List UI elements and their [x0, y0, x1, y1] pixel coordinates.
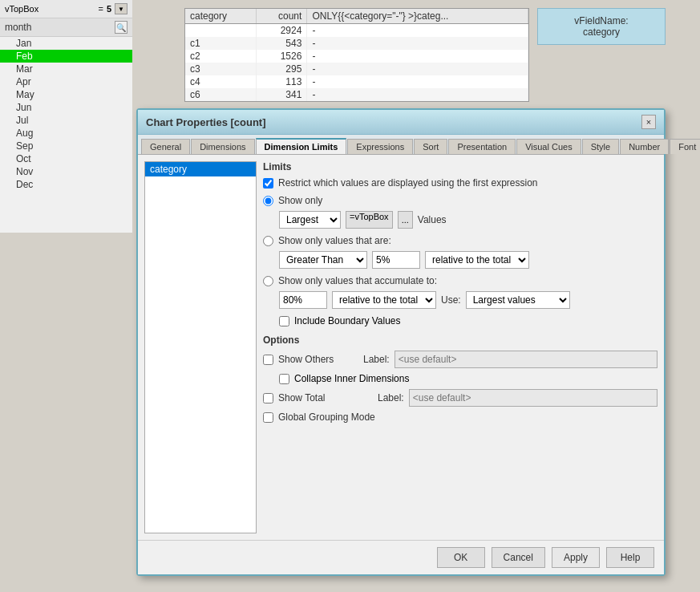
show-others-row: Show Others Label: [263, 351, 658, 368]
dialog-title: Chart Properties [count] [146, 116, 266, 128]
include-boundary-label: Include Boundary Values [294, 315, 401, 326]
collapse-inner-label: Collapse Inner Dimensions [294, 373, 409, 384]
month-sep[interactable]: Sep [0, 140, 132, 152]
show-only-dropdown[interactable]: Largest Smallest [279, 211, 341, 229]
use-dropdown[interactable]: Largest values Smallest values [466, 291, 570, 309]
accumulate-radio[interactable] [263, 276, 273, 286]
vfieldname-value: category [548, 26, 655, 38]
table-row: c2 1526 - [185, 50, 528, 63]
ok-button[interactable]: OK [437, 547, 485, 568]
cancel-button[interactable]: Cancel [492, 547, 545, 568]
show-others-label-text: Label: [363, 354, 390, 365]
show-total-checkbox[interactable] [263, 393, 273, 403]
include-boundary-row: Include Boundary Values [279, 315, 658, 326]
tab-dimension-limits[interactable]: Dimension Limits [256, 138, 347, 154]
show-only-values-radio[interactable] [263, 236, 273, 246]
data-table: category count ONLY{{<category="-"} >}ca… [184, 8, 529, 102]
table-row: c1 543 - [185, 37, 528, 50]
dimension-list-panel: category [144, 161, 257, 533]
limits-section-label: Limits [263, 161, 658, 172]
show-total-label-text: Label: [378, 392, 404, 403]
global-grouping-row: Global Grouping Mode [263, 412, 658, 423]
collapse-inner-checkbox[interactable] [279, 374, 289, 384]
vfieldname-label: vFieldName: [548, 15, 655, 26]
month-search-btn[interactable]: 🔍 [115, 21, 127, 34]
dialog-close-btn[interactable]: × [641, 115, 656, 129]
vtopbox-bar: vTopBox = 5 ▼ [0, 0, 132, 18]
month-label: month [5, 22, 115, 33]
tab-general[interactable]: General [141, 139, 190, 154]
show-only-values-label: Show only values that are: [278, 235, 391, 246]
show-others-label: Show Others [278, 354, 342, 365]
month-nov[interactable]: Nov [0, 165, 132, 178]
show-total-row: Show Total Label: [263, 389, 658, 407]
accumulate-value-input[interactable] [279, 291, 327, 309]
restrict-label: Restrict which values are displayed usin… [278, 177, 537, 189]
vfieldname-box: vFieldName: category [537, 8, 666, 45]
relative-dropdown[interactable]: relative to the total absolute [425, 251, 529, 269]
global-grouping-checkbox[interactable] [263, 412, 273, 423]
accumulate-radio-row: Show only values that accumulate to: [263, 275, 658, 286]
accumulate-relative-dropdown[interactable]: relative to the total absolute [332, 291, 436, 309]
vtopbox-expr-btn[interactable]: =vTopBox [346, 211, 393, 229]
dialog-footer: OK Cancel Apply Help [138, 540, 664, 574]
vtopbox-eq: = [98, 4, 103, 14]
table-row: c3 295 - [185, 63, 528, 75]
tab-expressions[interactable]: Expressions [347, 139, 413, 154]
month-jun[interactable]: Jun [0, 101, 132, 114]
month-jan[interactable]: Jan [0, 37, 132, 50]
use-label: Use: [441, 294, 461, 306]
show-others-checkbox[interactable] [263, 355, 273, 365]
month-apr[interactable]: Apr [0, 75, 132, 88]
tab-sort[interactable]: Sort [414, 139, 447, 154]
vtopbox-value: 5 [107, 4, 111, 14]
show-only-radio[interactable] [263, 196, 273, 206]
table-row: c6 341 - [185, 88, 528, 101]
vtopbox-dropdown-btn[interactable]: ▼ [115, 3, 127, 14]
table-row: c4 113 - [185, 75, 528, 88]
col-category: category [185, 9, 256, 24]
ellipsis-btn[interactable]: ... [398, 211, 413, 229]
collapse-inner-row: Collapse Inner Dimensions [279, 373, 658, 384]
options-section: Options Show Others Label: Collapse Inne… [263, 335, 658, 423]
include-boundary-checkbox[interactable] [279, 316, 289, 326]
tab-style[interactable]: Style [582, 139, 619, 154]
condition-value-input[interactable] [372, 251, 420, 269]
show-only-label: Show only [278, 195, 322, 206]
accumulate-label: Show only values that accumulate to: [278, 275, 437, 286]
show-only-values-radio-row: Show only values that are: [263, 235, 658, 246]
dim-list-category[interactable]: category [145, 162, 256, 176]
values-are-sub: Greater Than Less Than Equal To relative… [279, 251, 658, 269]
chart-properties-dialog: Chart Properties [count] × General Dimen… [136, 108, 666, 576]
month-dec[interactable]: Dec [0, 178, 132, 191]
month-jul[interactable]: Jul [0, 114, 132, 127]
tab-number[interactable]: Number [620, 139, 669, 154]
global-grouping-label: Global Grouping Mode [278, 412, 375, 423]
month-feb[interactable]: Feb [0, 50, 132, 63]
tab-dimensions[interactable]: Dimensions [191, 139, 254, 154]
month-may[interactable]: May [0, 88, 132, 101]
show-others-label-input[interactable] [395, 351, 658, 368]
accumulate-sub: relative to the total absolute Use: Larg… [279, 291, 658, 309]
show-total-label-input[interactable] [409, 389, 658, 407]
vtopbox-label: vTopBox [5, 4, 95, 14]
show-total-label: Show Total [278, 392, 342, 403]
dialog-titlebar: Chart Properties [count] × [138, 110, 664, 135]
month-mar[interactable]: Mar [0, 63, 132, 75]
month-aug[interactable]: Aug [0, 127, 132, 140]
show-only-sub: Largest Smallest =vTopBox ... Values [279, 211, 658, 229]
values-label: Values [418, 214, 447, 225]
month-oct[interactable]: Oct [0, 152, 132, 165]
apply-button[interactable]: Apply [552, 547, 600, 568]
restrict-checkbox-row: Restrict which values are displayed usin… [263, 177, 658, 189]
condition-dropdown[interactable]: Greater Than Less Than Equal To [279, 251, 367, 269]
restrict-checkbox[interactable] [263, 178, 273, 189]
month-list: Jan Feb Mar Apr May Jun Jul Aug Sep Oct … [0, 37, 132, 191]
tab-font[interactable]: Font [670, 139, 700, 154]
col-count: count [256, 9, 307, 24]
dialog-content: category Limits Restrict which values ar… [138, 155, 664, 540]
help-button[interactable]: Help [606, 547, 654, 568]
tab-presentation[interactable]: Presentation [448, 139, 516, 154]
table-row: 2924 - [185, 24, 528, 38]
tab-visual-cues[interactable]: Visual Cues [516, 139, 581, 154]
